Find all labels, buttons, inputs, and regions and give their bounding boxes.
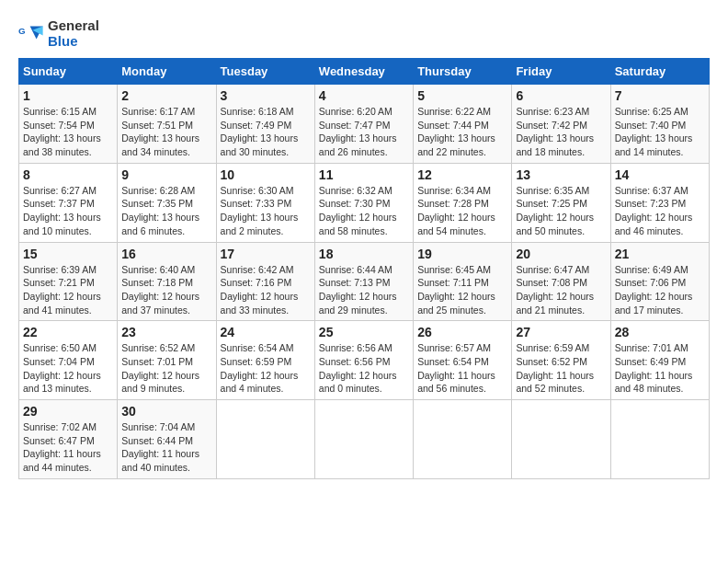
calendar-week-row: 29 Sunrise: 7:02 AM Sunset: 6:47 PM Dayl… [19, 400, 710, 479]
calendar-cell: 1 Sunrise: 6:15 AM Sunset: 7:54 PM Dayli… [19, 85, 118, 164]
calendar-cell: 19 Sunrise: 6:45 AM Sunset: 7:11 PM Dayl… [414, 242, 512, 321]
day-info: Sunrise: 7:01 AM Sunset: 6:49 PM Dayligh… [615, 341, 705, 396]
calendar-cell: 22 Sunrise: 6:50 AM Sunset: 7:04 PM Dayl… [19, 321, 118, 400]
calendar-cell: 23 Sunrise: 6:52 AM Sunset: 7:01 PM Dayl… [118, 321, 216, 400]
day-info: Sunrise: 6:23 AM Sunset: 7:42 PM Dayligh… [516, 105, 606, 159]
day-info: Sunrise: 6:39 AM Sunset: 7:21 PM Dayligh… [23, 263, 113, 317]
calendar-cell: 5 Sunrise: 6:22 AM Sunset: 7:44 PM Dayli… [414, 85, 512, 164]
calendar-cell [610, 400, 709, 479]
day-info: Sunrise: 6:18 AM Sunset: 7:49 PM Dayligh… [221, 105, 311, 159]
day-number: 13 [516, 167, 606, 182]
day-info: Sunrise: 6:50 AM Sunset: 7:04 PM Dayligh… [23, 341, 113, 396]
calendar-cell: 18 Sunrise: 6:44 AM Sunset: 7:13 PM Dayl… [314, 242, 413, 321]
day-info: Sunrise: 6:32 AM Sunset: 7:30 PM Dayligh… [319, 184, 409, 238]
day-number: 26 [417, 325, 507, 339]
day-number: 2 [121, 88, 211, 103]
calendar-cell [216, 400, 314, 479]
calendar-cell: 20 Sunrise: 6:47 AM Sunset: 7:08 PM Dayl… [512, 242, 610, 321]
calendar-week-row: 15 Sunrise: 6:39 AM Sunset: 7:21 PM Dayl… [19, 242, 710, 321]
day-info: Sunrise: 6:20 AM Sunset: 7:47 PM Dayligh… [319, 105, 409, 159]
calendar-table: SundayMondayTuesdayWednesdayThursdayFrid… [18, 58, 710, 479]
day-info: Sunrise: 6:27 AM Sunset: 7:37 PM Dayligh… [23, 184, 113, 238]
page-header: G General Blue [18, 18, 710, 49]
day-number: 21 [615, 247, 705, 261]
calendar-cell: 28 Sunrise: 7:01 AM Sunset: 6:49 PM Dayl… [610, 321, 709, 400]
day-number: 22 [23, 325, 113, 339]
day-number: 28 [615, 325, 705, 339]
logo: G General Blue [18, 18, 99, 49]
header-day-saturday: Saturday [610, 59, 709, 85]
day-info: Sunrise: 6:34 AM Sunset: 7:28 PM Dayligh… [417, 184, 507, 238]
calendar-cell [512, 400, 610, 479]
calendar-cell: 6 Sunrise: 6:23 AM Sunset: 7:42 PM Dayli… [512, 85, 610, 164]
calendar-cell: 24 Sunrise: 6:54 AM Sunset: 6:59 PM Dayl… [216, 321, 314, 400]
calendar-week-row: 1 Sunrise: 6:15 AM Sunset: 7:54 PM Dayli… [19, 85, 710, 164]
days-header-row: SundayMondayTuesdayWednesdayThursdayFrid… [19, 59, 710, 85]
day-number: 16 [121, 247, 211, 261]
day-number: 10 [221, 167, 311, 182]
logo-text: General Blue [48, 18, 99, 49]
calendar-cell: 27 Sunrise: 6:59 AM Sunset: 6:52 PM Dayl… [512, 321, 610, 400]
day-number: 15 [23, 247, 113, 261]
header-day-thursday: Thursday [414, 59, 512, 85]
day-info: Sunrise: 6:25 AM Sunset: 7:40 PM Dayligh… [615, 105, 705, 159]
day-info: Sunrise: 6:54 AM Sunset: 6:59 PM Dayligh… [221, 341, 311, 396]
calendar-cell: 17 Sunrise: 6:42 AM Sunset: 7:16 PM Dayl… [216, 242, 314, 321]
day-number: 12 [417, 167, 507, 182]
header-day-tuesday: Tuesday [216, 59, 314, 85]
calendar-cell: 10 Sunrise: 6:30 AM Sunset: 7:33 PM Dayl… [216, 163, 314, 242]
day-info: Sunrise: 7:04 AM Sunset: 6:44 PM Dayligh… [121, 420, 211, 475]
calendar-week-row: 8 Sunrise: 6:27 AM Sunset: 7:37 PM Dayli… [19, 163, 710, 242]
day-info: Sunrise: 6:15 AM Sunset: 7:54 PM Dayligh… [23, 105, 113, 159]
day-number: 7 [615, 88, 705, 103]
calendar-cell: 16 Sunrise: 6:40 AM Sunset: 7:18 PM Dayl… [118, 242, 216, 321]
calendar-cell [314, 400, 413, 479]
day-info: Sunrise: 6:59 AM Sunset: 6:52 PM Dayligh… [516, 341, 606, 396]
day-number: 5 [417, 88, 507, 103]
calendar-cell: 29 Sunrise: 7:02 AM Sunset: 6:47 PM Dayl… [19, 400, 118, 479]
svg-text:G: G [18, 26, 26, 36]
calendar-cell: 25 Sunrise: 6:56 AM Sunset: 6:56 PM Dayl… [314, 321, 413, 400]
calendar-cell [414, 400, 512, 479]
day-number: 1 [23, 88, 113, 103]
header-day-sunday: Sunday [19, 59, 118, 85]
day-number: 20 [516, 247, 606, 261]
day-number: 17 [221, 247, 311, 261]
day-info: Sunrise: 6:56 AM Sunset: 6:56 PM Dayligh… [319, 341, 409, 396]
day-number: 9 [121, 167, 211, 182]
day-info: Sunrise: 6:42 AM Sunset: 7:16 PM Dayligh… [221, 263, 311, 317]
calendar-week-row: 22 Sunrise: 6:50 AM Sunset: 7:04 PM Dayl… [19, 321, 710, 400]
day-number: 4 [319, 88, 409, 103]
calendar-cell: 15 Sunrise: 6:39 AM Sunset: 7:21 PM Dayl… [19, 242, 118, 321]
day-info: Sunrise: 6:52 AM Sunset: 7:01 PM Dayligh… [121, 341, 211, 396]
calendar-cell: 12 Sunrise: 6:34 AM Sunset: 7:28 PM Dayl… [414, 163, 512, 242]
day-info: Sunrise: 6:47 AM Sunset: 7:08 PM Dayligh… [516, 263, 606, 317]
day-info: Sunrise: 6:22 AM Sunset: 7:44 PM Dayligh… [417, 105, 507, 159]
calendar-cell: 30 Sunrise: 7:04 AM Sunset: 6:44 PM Dayl… [118, 400, 216, 479]
day-number: 30 [121, 404, 211, 419]
logo-icon: G [18, 21, 44, 47]
day-number: 11 [319, 167, 409, 182]
calendar-cell: 26 Sunrise: 6:57 AM Sunset: 6:54 PM Dayl… [414, 321, 512, 400]
day-info: Sunrise: 6:17 AM Sunset: 7:51 PM Dayligh… [121, 105, 211, 159]
day-number: 3 [221, 88, 311, 103]
day-number: 25 [319, 325, 409, 339]
day-info: Sunrise: 6:40 AM Sunset: 7:18 PM Dayligh… [121, 263, 211, 317]
calendar-cell: 2 Sunrise: 6:17 AM Sunset: 7:51 PM Dayli… [118, 85, 216, 164]
header-day-friday: Friday [512, 59, 610, 85]
day-info: Sunrise: 6:30 AM Sunset: 7:33 PM Dayligh… [221, 184, 311, 238]
calendar-cell: 21 Sunrise: 6:49 AM Sunset: 7:06 PM Dayl… [610, 242, 709, 321]
day-number: 8 [23, 167, 113, 182]
calendar-cell: 3 Sunrise: 6:18 AM Sunset: 7:49 PM Dayli… [216, 85, 314, 164]
calendar-cell: 7 Sunrise: 6:25 AM Sunset: 7:40 PM Dayli… [610, 85, 709, 164]
day-number: 23 [121, 325, 211, 339]
day-info: Sunrise: 6:35 AM Sunset: 7:25 PM Dayligh… [516, 184, 606, 238]
day-number: 27 [516, 325, 606, 339]
day-info: Sunrise: 6:28 AM Sunset: 7:35 PM Dayligh… [121, 184, 211, 238]
day-number: 18 [319, 247, 409, 261]
day-info: Sunrise: 6:49 AM Sunset: 7:06 PM Dayligh… [615, 263, 705, 317]
day-number: 24 [221, 325, 311, 339]
day-info: Sunrise: 6:37 AM Sunset: 7:23 PM Dayligh… [615, 184, 705, 238]
day-info: Sunrise: 6:44 AM Sunset: 7:13 PM Dayligh… [319, 263, 409, 317]
header-day-monday: Monday [118, 59, 216, 85]
